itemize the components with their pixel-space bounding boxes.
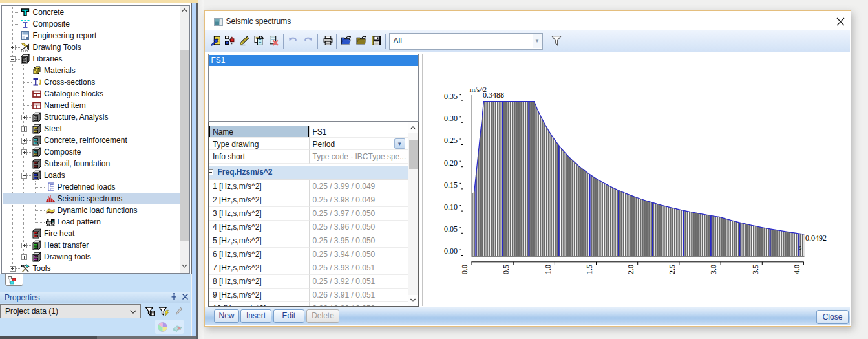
svg-text:0.15: 0.15	[444, 180, 458, 189]
svg-text:2.0: 2.0	[626, 265, 635, 274]
svg-text:3.0: 3.0	[709, 265, 718, 274]
svg-text:1.5: 1.5	[584, 265, 593, 274]
svg-text:0.00: 0.00	[444, 246, 458, 256]
svg-text:0.25: 0.25	[444, 136, 458, 145]
svg-text:0.0: 0.0	[460, 265, 469, 274]
svg-text:2.5: 2.5	[668, 265, 677, 274]
svg-text:0.35: 0.35	[444, 91, 458, 100]
svg-text:0.30: 0.30	[444, 114, 458, 123]
svg-text:0.3488: 0.3488	[483, 90, 504, 99]
svg-text:4.0: 4.0	[792, 265, 801, 274]
svg-text:1.0: 1.0	[543, 265, 552, 274]
svg-text:s: s	[799, 243, 801, 250]
svg-text:0.0492: 0.0492	[805, 234, 827, 243]
svg-text:0.05: 0.05	[444, 224, 458, 234]
svg-text:0.10: 0.10	[444, 202, 458, 211]
svg-text:3.5: 3.5	[750, 265, 759, 274]
svg-text:0.5: 0.5	[502, 265, 511, 274]
svg-text:0.20: 0.20	[444, 158, 458, 167]
